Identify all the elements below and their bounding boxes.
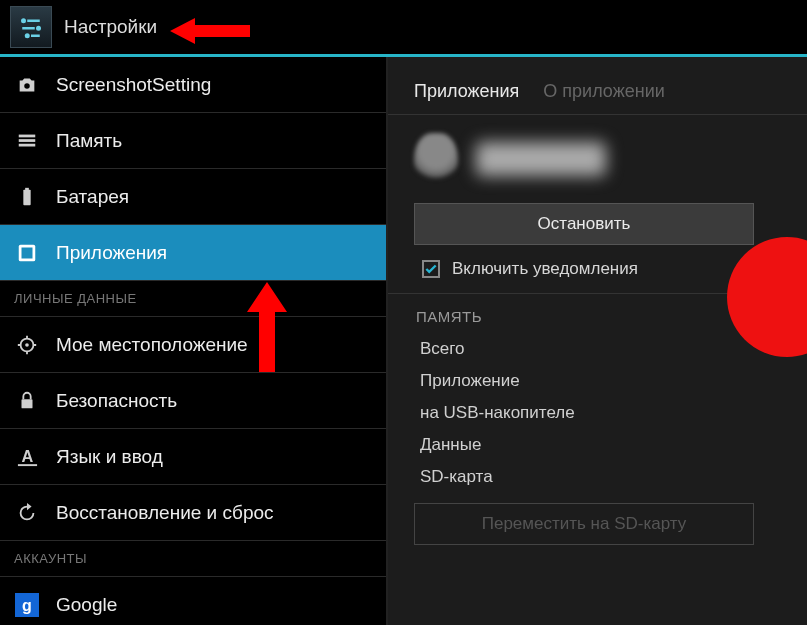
svg-rect-1 (27, 20, 40, 23)
memory-data: Данные (388, 429, 807, 461)
nav-location[interactable]: Мое местоположение (0, 317, 386, 373)
svg-point-16 (25, 343, 29, 347)
app-detail-pane: Приложения О приложении Остановить Включ… (388, 57, 807, 625)
nav-memory[interactable]: Память (0, 113, 386, 169)
nav-section-personal: ЛИЧНЫЕ ДАННЫЕ (0, 281, 386, 317)
nav-label: Память (56, 130, 122, 152)
settings-app-icon (10, 6, 52, 48)
app-header-row (388, 115, 807, 203)
svg-rect-3 (22, 27, 35, 30)
checkbox-checked-icon (422, 260, 440, 278)
camera-icon (14, 72, 40, 98)
nav-screenshot-setting[interactable]: ScreenshotSetting (0, 57, 386, 113)
storage-icon (14, 128, 40, 154)
move-to-sd-button: Переместить на SD-карту (414, 503, 754, 545)
nav-reset[interactable]: Восстановление и сброс (0, 485, 386, 541)
google-icon: g (14, 592, 40, 618)
nav-label: Безопасность (56, 390, 177, 412)
svg-point-4 (25, 33, 30, 38)
nav-label: Батарея (56, 186, 129, 208)
svg-marker-22 (247, 282, 287, 372)
memory-usb: на USB-накопителе (388, 397, 807, 429)
annotation-arrow-up (247, 282, 287, 372)
nav-label: Восстановление и сброс (56, 502, 274, 524)
svg-point-2 (36, 26, 41, 31)
stop-button[interactable]: Остановить (414, 203, 754, 245)
svg-marker-6 (170, 18, 250, 44)
header-title: Настройки (64, 16, 157, 38)
app-icon-blurred (414, 133, 458, 185)
tab-about-app[interactable]: О приложении (543, 81, 664, 114)
nav-battery[interactable]: Батарея (0, 169, 386, 225)
svg-rect-8 (19, 134, 36, 137)
language-icon: A (14, 444, 40, 470)
svg-rect-14 (22, 247, 33, 258)
svg-rect-12 (25, 187, 29, 190)
svg-rect-9 (19, 139, 36, 142)
nav-label: Мое местоположение (56, 334, 248, 356)
svg-text:g: g (22, 597, 32, 614)
nav-google[interactable]: g Google (0, 577, 386, 625)
memory-app: Приложение (388, 365, 807, 397)
svg-rect-17 (22, 399, 33, 408)
nav-security[interactable]: Безопасность (0, 373, 386, 429)
svg-rect-19 (17, 464, 36, 466)
svg-rect-10 (19, 143, 36, 146)
header-bar: Настройки (0, 0, 807, 57)
svg-point-0 (21, 18, 26, 23)
svg-text:A: A (21, 447, 33, 465)
annotation-arrow-left (170, 16, 250, 46)
nav-label: Язык и ввод (56, 446, 163, 468)
apps-icon (14, 240, 40, 266)
svg-rect-5 (31, 35, 40, 38)
svg-rect-11 (23, 189, 30, 205)
nav-label: Google (56, 594, 117, 616)
nav-language-input[interactable]: A Язык и ввод (0, 429, 386, 485)
svg-point-7 (24, 83, 30, 89)
reset-icon (14, 500, 40, 526)
battery-icon (14, 184, 40, 210)
lock-icon (14, 388, 40, 414)
memory-sd: SD-карта (388, 461, 807, 493)
location-icon (14, 332, 40, 358)
nav-section-accounts: АККАУНТЫ (0, 541, 386, 577)
notifications-label: Включить уведомления (452, 259, 638, 279)
nav-label: Приложения (56, 242, 167, 264)
tab-apps[interactable]: Приложения (414, 81, 519, 114)
app-name-blurred (476, 142, 606, 176)
tab-bar: Приложения О приложении (388, 65, 807, 115)
settings-nav-list: ScreenshotSetting Память Батарея Приложе… (0, 57, 388, 625)
nav-applications[interactable]: Приложения (0, 225, 386, 281)
nav-label: ScreenshotSetting (56, 74, 211, 96)
